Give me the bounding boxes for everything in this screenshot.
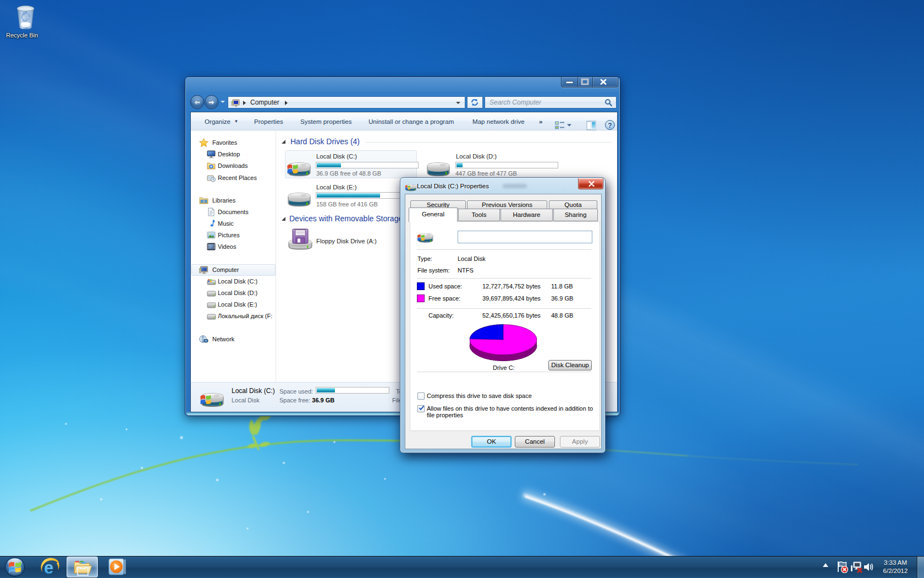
svg-text:?: ?	[608, 122, 612, 129]
